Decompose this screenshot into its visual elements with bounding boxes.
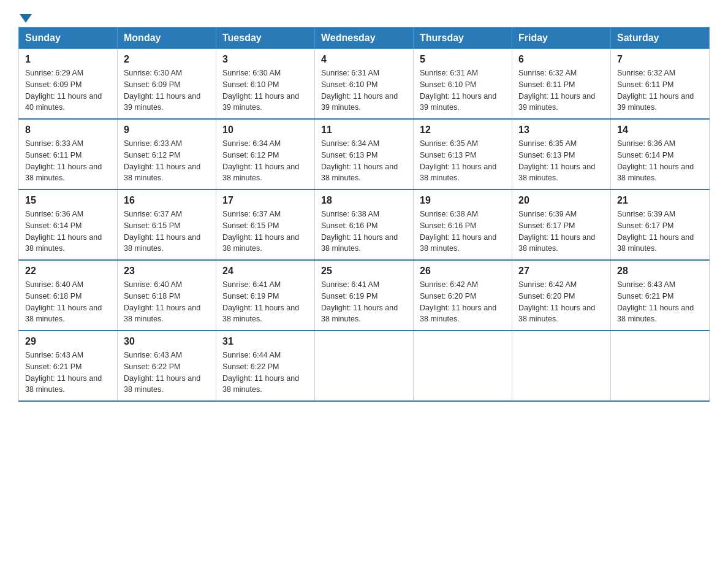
calendar-week-2: 8 Sunrise: 6:33 AM Sunset: 6:11 PM Dayli…: [19, 119, 710, 190]
sunset-label: Sunset: 6:14 PM: [617, 151, 673, 159]
daylight-label: Daylight: 11 hours and 38 minutes.: [222, 163, 299, 183]
daylight-label: Daylight: 11 hours and 38 minutes.: [124, 163, 200, 183]
day-number: 29: [25, 336, 111, 347]
logo: [18, 12, 33, 21]
day-number: 1: [25, 54, 111, 65]
sunset-label: Sunset: 6:13 PM: [321, 151, 377, 159]
sunrise-label: Sunrise: 6:43 AM: [25, 351, 83, 359]
daylight-label: Daylight: 11 hours and 38 minutes.: [25, 163, 102, 183]
logo-text: [18, 12, 33, 21]
weekday-header-wednesday: Wednesday: [315, 28, 414, 49]
day-number: 8: [25, 124, 111, 136]
daylight-label: Daylight: 11 hours and 39 minutes.: [420, 92, 496, 112]
sunset-label: Sunset: 6:09 PM: [124, 80, 180, 89]
day-number: 24: [222, 266, 308, 277]
daylight-label: Daylight: 11 hours and 39 minutes.: [222, 92, 299, 112]
daylight-label: Daylight: 11 hours and 38 minutes.: [420, 233, 496, 253]
calendar-header-row: SundayMondayTuesdayWednesdayThursdayFrid…: [19, 28, 710, 49]
sunrise-label: Sunrise: 6:39 AM: [518, 210, 577, 218]
calendar-cell: 20 Sunrise: 6:39 AM Sunset: 6:17 PM Dayl…: [512, 190, 611, 260]
sunrise-label: Sunrise: 6:33 AM: [124, 139, 182, 148]
calendar-cell: [512, 331, 611, 401]
sunrise-label: Sunrise: 6:36 AM: [25, 210, 83, 218]
daylight-label: Daylight: 11 hours and 38 minutes.: [518, 233, 595, 253]
sunset-label: Sunset: 6:10 PM: [321, 80, 377, 89]
sunset-label: Sunset: 6:18 PM: [25, 292, 82, 301]
calendar-cell: 24 Sunrise: 6:41 AM Sunset: 6:19 PM Dayl…: [216, 260, 315, 331]
calendar-cell: 2 Sunrise: 6:30 AM Sunset: 6:09 PM Dayli…: [118, 49, 216, 120]
sunset-label: Sunset: 6:20 PM: [420, 292, 476, 301]
daylight-label: Daylight: 11 hours and 39 minutes.: [617, 92, 694, 112]
day-info: Sunrise: 6:30 AM Sunset: 6:10 PM Dayligh…: [222, 67, 308, 113]
day-number: 4: [321, 54, 407, 65]
calendar-cell: 15 Sunrise: 6:36 AM Sunset: 6:14 PM Dayl…: [19, 190, 118, 260]
sunset-label: Sunset: 6:15 PM: [124, 221, 180, 230]
sunrise-label: Sunrise: 6:37 AM: [124, 210, 182, 218]
daylight-label: Daylight: 11 hours and 39 minutes.: [124, 92, 200, 112]
day-number: 21: [617, 195, 703, 206]
calendar-cell: 16 Sunrise: 6:37 AM Sunset: 6:15 PM Dayl…: [118, 190, 216, 260]
day-info: Sunrise: 6:38 AM Sunset: 6:16 PM Dayligh…: [321, 209, 407, 255]
calendar-cell: 4 Sunrise: 6:31 AM Sunset: 6:10 PM Dayli…: [315, 49, 414, 120]
sunset-label: Sunset: 6:12 PM: [124, 151, 180, 159]
sunset-label: Sunset: 6:19 PM: [321, 292, 377, 301]
calendar-cell: [315, 331, 414, 401]
sunrise-label: Sunrise: 6:35 AM: [420, 139, 478, 148]
daylight-label: Daylight: 11 hours and 38 minutes.: [321, 304, 398, 324]
weekday-header-monday: Monday: [118, 28, 216, 49]
sunset-label: Sunset: 6:11 PM: [518, 80, 575, 89]
weekday-header-thursday: Thursday: [414, 28, 512, 49]
page-header: [18, 12, 710, 21]
calendar-week-1: 1 Sunrise: 6:29 AM Sunset: 6:09 PM Dayli…: [19, 49, 710, 120]
day-info: Sunrise: 6:32 AM Sunset: 6:11 PM Dayligh…: [617, 67, 703, 113]
sunrise-label: Sunrise: 6:30 AM: [222, 69, 281, 77]
sunrise-label: Sunrise: 6:41 AM: [222, 280, 281, 289]
day-info: Sunrise: 6:39 AM Sunset: 6:17 PM Dayligh…: [617, 209, 703, 255]
daylight-label: Daylight: 11 hours and 38 minutes.: [420, 163, 496, 183]
day-info: Sunrise: 6:33 AM Sunset: 6:12 PM Dayligh…: [124, 138, 210, 184]
daylight-label: Daylight: 11 hours and 38 minutes.: [124, 304, 200, 324]
day-number: 30: [124, 336, 210, 347]
sunset-label: Sunset: 6:16 PM: [420, 221, 476, 230]
sunrise-label: Sunrise: 6:38 AM: [420, 210, 478, 218]
calendar-cell: 21 Sunrise: 6:39 AM Sunset: 6:17 PM Dayl…: [611, 190, 710, 260]
sunrise-label: Sunrise: 6:44 AM: [222, 351, 281, 359]
day-number: 11: [321, 124, 407, 136]
sunset-label: Sunset: 6:16 PM: [321, 221, 377, 230]
day-number: 27: [518, 266, 604, 277]
calendar-cell: 14 Sunrise: 6:36 AM Sunset: 6:14 PM Dayl…: [611, 119, 710, 190]
daylight-label: Daylight: 11 hours and 38 minutes.: [617, 163, 694, 183]
sunrise-label: Sunrise: 6:34 AM: [321, 139, 379, 148]
calendar-table: SundayMondayTuesdayWednesdayThursdayFrid…: [18, 27, 710, 402]
daylight-label: Daylight: 11 hours and 40 minutes.: [25, 92, 102, 112]
day-info: Sunrise: 6:33 AM Sunset: 6:11 PM Dayligh…: [25, 138, 111, 184]
calendar-cell: 29 Sunrise: 6:43 AM Sunset: 6:21 PM Dayl…: [19, 331, 118, 401]
calendar-cell: 12 Sunrise: 6:35 AM Sunset: 6:13 PM Dayl…: [414, 119, 512, 190]
calendar-cell: 11 Sunrise: 6:34 AM Sunset: 6:13 PM Dayl…: [315, 119, 414, 190]
calendar-cell: 10 Sunrise: 6:34 AM Sunset: 6:12 PM Dayl…: [216, 119, 315, 190]
day-number: 15: [25, 195, 111, 206]
day-info: Sunrise: 6:37 AM Sunset: 6:15 PM Dayligh…: [222, 209, 308, 255]
sunset-label: Sunset: 6:17 PM: [617, 221, 673, 230]
calendar-cell: 6 Sunrise: 6:32 AM Sunset: 6:11 PM Dayli…: [512, 49, 611, 120]
calendar-week-4: 22 Sunrise: 6:40 AM Sunset: 6:18 PM Dayl…: [19, 260, 710, 331]
day-number: 10: [222, 124, 308, 136]
sunrise-label: Sunrise: 6:31 AM: [420, 69, 478, 77]
day-info: Sunrise: 6:42 AM Sunset: 6:20 PM Dayligh…: [420, 279, 506, 325]
day-number: 28: [617, 266, 703, 277]
day-info: Sunrise: 6:34 AM Sunset: 6:13 PM Dayligh…: [321, 138, 407, 184]
daylight-label: Daylight: 11 hours and 38 minutes.: [25, 304, 102, 324]
daylight-label: Daylight: 11 hours and 38 minutes.: [222, 304, 299, 324]
day-number: 17: [222, 195, 308, 206]
sunrise-label: Sunrise: 6:30 AM: [124, 69, 182, 77]
day-info: Sunrise: 6:30 AM Sunset: 6:09 PM Dayligh…: [124, 67, 210, 113]
day-info: Sunrise: 6:43 AM Sunset: 6:21 PM Dayligh…: [25, 350, 111, 396]
day-info: Sunrise: 6:36 AM Sunset: 6:14 PM Dayligh…: [25, 209, 111, 255]
calendar-week-3: 15 Sunrise: 6:36 AM Sunset: 6:14 PM Dayl…: [19, 190, 710, 260]
calendar-cell: 5 Sunrise: 6:31 AM Sunset: 6:10 PM Dayli…: [414, 49, 512, 120]
daylight-label: Daylight: 11 hours and 39 minutes.: [518, 92, 595, 112]
day-number: 19: [420, 195, 506, 206]
day-number: 22: [25, 266, 111, 277]
calendar-cell: 25 Sunrise: 6:41 AM Sunset: 6:19 PM Dayl…: [315, 260, 414, 331]
sunset-label: Sunset: 6:20 PM: [518, 292, 575, 301]
